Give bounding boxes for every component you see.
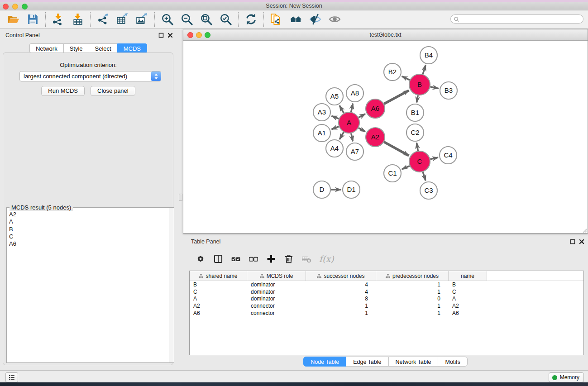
- tab-select[interactable]: Select: [89, 43, 117, 53]
- window-titlebar[interactable]: Session: New Session: [0, 2, 588, 10]
- result-list-item[interactable]: A: [9, 218, 169, 225]
- table-row[interactable]: Adominator80A: [190, 295, 583, 303]
- run-mcds-button[interactable]: Run MCDS: [41, 86, 85, 96]
- network-view-window[interactable]: testGlobe.txt B4B2BB3A5A8A6B1A3AC2A1A2A4…: [183, 29, 588, 234]
- export-network-button[interactable]: [95, 12, 110, 27]
- delete-rows-button[interactable]: [283, 253, 295, 265]
- node-C3[interactable]: C3: [420, 182, 437, 199]
- edge-A-A1[interactable]: [331, 127, 339, 129]
- tab-mcds[interactable]: MCDS: [117, 43, 147, 53]
- clone-network-button[interactable]: [268, 12, 284, 27]
- float-panel-icon[interactable]: [158, 33, 164, 38]
- node-B4[interactable]: B4: [420, 47, 437, 64]
- edge-C-C3[interactable]: [423, 172, 425, 181]
- edge-A-A8[interactable]: [351, 104, 353, 112]
- task-history-button[interactable]: [5, 372, 18, 382]
- column-header-predecessor-nodes[interactable]: predecessor nodes: [376, 271, 449, 281]
- node-A1[interactable]: A1: [313, 124, 330, 142]
- columns-view-button[interactable]: [212, 253, 224, 265]
- node-C4[interactable]: C4: [440, 147, 457, 164]
- search-input[interactable]: [461, 15, 583, 23]
- network-window-titlebar[interactable]: testGlobe.txt: [183, 29, 588, 41]
- node-A8[interactable]: A8: [346, 85, 363, 102]
- edge-A-A7[interactable]: [351, 133, 353, 142]
- edge-A6-B[interactable]: [384, 91, 409, 104]
- show-graphics-details-button[interactable]: [327, 12, 342, 27]
- zoom-fit-content-button[interactable]: [198, 12, 214, 27]
- node-B1[interactable]: B1: [406, 104, 424, 121]
- network-graph[interactable]: B4B2BB3A5A8A6B1A3AC2A1A2A4A7C4CC1C3DD1: [183, 41, 588, 233]
- add-row-button[interactable]: [265, 253, 277, 265]
- table-row[interactable]: A6connector11A6: [190, 310, 583, 317]
- tab-node-table[interactable]: Node Table: [303, 357, 346, 367]
- open-file-button[interactable]: [5, 12, 21, 27]
- column-header-shared-name[interactable]: shared name: [190, 271, 247, 281]
- column-header-name[interactable]: name: [449, 271, 487, 281]
- export-image-button[interactable]: [134, 12, 149, 27]
- node-A4[interactable]: A4: [326, 140, 343, 157]
- table-row[interactable]: Cdominator41C: [190, 288, 583, 295]
- float-panel-icon[interactable]: [570, 239, 575, 244]
- tab-style[interactable]: Style: [63, 43, 89, 53]
- node-D1[interactable]: D1: [343, 181, 360, 198]
- node-A6[interactable]: A6: [366, 99, 385, 118]
- node-C1[interactable]: C1: [384, 165, 401, 182]
- node-A5[interactable]: A5: [326, 88, 343, 105]
- edge-A2-C[interactable]: [384, 142, 409, 156]
- optimization-criterion-select[interactable]: largest connected component (directed): [19, 71, 161, 81]
- apply-function-button[interactable]: f(x): [319, 254, 334, 264]
- tab-network-table[interactable]: Network Table: [388, 357, 438, 367]
- node-A7[interactable]: A7: [346, 143, 363, 160]
- refresh-network-view-button[interactable]: [243, 12, 258, 27]
- zoom-in-button[interactable]: [159, 12, 175, 27]
- node-B[interactable]: B: [409, 74, 430, 95]
- result-list-item[interactable]: A2: [9, 211, 169, 218]
- edge-C-C2[interactable]: [417, 143, 418, 151]
- delete-column-button[interactable]: [301, 253, 312, 265]
- edge-C-C1[interactable]: [402, 166, 410, 169]
- node-A3[interactable]: A3: [313, 104, 330, 121]
- node-B2[interactable]: B2: [384, 63, 401, 81]
- edge-C-C4[interactable]: [430, 157, 438, 159]
- edge-A-A2[interactable]: [359, 128, 365, 132]
- edge-A-A5[interactable]: [339, 105, 344, 113]
- edge-B-B4[interactable]: [423, 65, 425, 74]
- reset-view-button[interactable]: [288, 12, 303, 27]
- deselect-all-button[interactable]: [248, 253, 259, 265]
- select-all-button[interactable]: [230, 253, 242, 265]
- edge-A-A6[interactable]: [359, 114, 365, 118]
- result-list-item[interactable]: A6: [9, 240, 169, 248]
- result-list-item[interactable]: B: [9, 226, 169, 233]
- column-settings-button[interactable]: [195, 253, 206, 265]
- result-list-item[interactable]: C: [9, 233, 169, 240]
- result-scrollbar[interactable]: [169, 208, 174, 362]
- zoom-selected-button[interactable]: [218, 12, 233, 27]
- node-B3[interactable]: B3: [440, 82, 457, 99]
- table-row[interactable]: Bdominator41B: [190, 281, 583, 288]
- table-row[interactable]: A2connector11A2: [190, 302, 583, 310]
- hide-graphics-details-button[interactable]: [307, 12, 323, 27]
- splitpane-handle[interactable]: [179, 194, 183, 201]
- memory-button[interactable]: Memory: [549, 372, 584, 382]
- edge-A-A3[interactable]: [331, 116, 339, 119]
- tab-network[interactable]: Network: [29, 43, 63, 53]
- edge-B-B3[interactable]: [430, 87, 439, 89]
- column-header-MCDS-role[interactable]: MCDS role: [247, 271, 306, 281]
- node-A[interactable]: A: [339, 112, 359, 133]
- node-D[interactable]: D: [313, 181, 330, 198]
- edge-B-B2[interactable]: [402, 76, 410, 80]
- zoom-out-button[interactable]: [179, 12, 194, 27]
- node-C2[interactable]: C2: [406, 124, 424, 141]
- mcds-result-list[interactable]: A2ABCA6: [7, 208, 169, 362]
- close-panel-icon[interactable]: [167, 33, 173, 38]
- tab-edge-table[interactable]: Edge Table: [346, 357, 388, 367]
- import-table-button[interactable]: [70, 12, 85, 27]
- edge-B-B1[interactable]: [417, 95, 418, 103]
- search-field[interactable]: [450, 14, 583, 24]
- window-resize-grip[interactable]: [581, 227, 587, 233]
- edge-A-A4[interactable]: [339, 132, 344, 139]
- node-C[interactable]: C: [409, 151, 430, 172]
- import-network-button[interactable]: [50, 12, 66, 27]
- close-panel-button[interactable]: Close panel: [91, 86, 135, 96]
- save-session-button[interactable]: [25, 12, 40, 27]
